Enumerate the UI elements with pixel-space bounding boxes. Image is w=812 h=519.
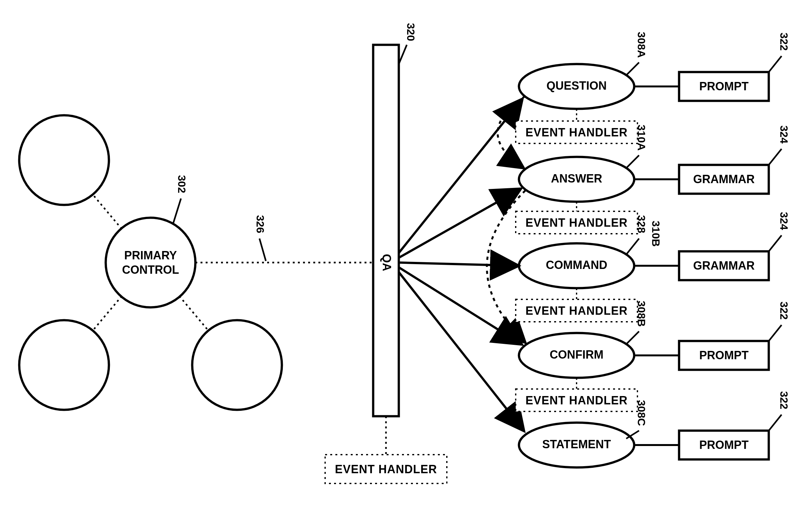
answer-label: ANSWER <box>551 172 602 185</box>
question-label: QUESTION <box>547 79 607 92</box>
primary-control-node <box>106 218 195 307</box>
empty-circle-2 <box>19 320 109 410</box>
ref-322-3-leader <box>769 415 782 431</box>
grammar-box-1-label: GRAMMAR <box>693 173 755 186</box>
ref-310A: 310A <box>636 125 648 151</box>
qa-to-command <box>399 263 518 266</box>
command-label: COMMAND <box>546 258 607 272</box>
qa-to-confirm <box>399 267 521 344</box>
ref-322-1-leader <box>769 56 782 72</box>
empty-circle-3 <box>192 320 282 410</box>
ref-324-2: 324 <box>778 212 790 230</box>
ref-324-1: 324 <box>778 125 790 144</box>
primary-control-label-2: CONTROL <box>122 263 179 276</box>
pc-to-c3 <box>179 296 208 330</box>
ref-324-1-leader <box>769 149 782 165</box>
ref-308A-leader <box>626 62 639 75</box>
ref-308B: 308B <box>636 301 648 327</box>
diagram-canvas: PRIMARY CONTROL 302 326 QA 320 EVENT HAN… <box>0 0 812 519</box>
ref-302-leader <box>173 199 181 224</box>
qa-event-handler-label: EVENT HANDLER <box>335 463 437 476</box>
qa-to-statement <box>399 272 524 431</box>
pc-to-c1 <box>93 195 122 229</box>
ref-322-2-leader <box>769 325 782 341</box>
qa-node <box>373 45 399 416</box>
event-handler-2-label: EVENT HANDLER <box>525 216 628 229</box>
ref-310A-leader <box>626 155 639 168</box>
ref-320: 320 <box>405 23 417 41</box>
qa-to-question <box>399 99 522 253</box>
prompt-box-3-label: PROMPT <box>699 438 749 452</box>
prompt-box-1-label: PROMPT <box>699 80 749 93</box>
statement-label: STATEMENT <box>542 438 611 451</box>
event-handler-4-label: EVENT HANDLER <box>525 394 628 407</box>
ref-326-leader <box>259 239 266 261</box>
ref-308B-leader <box>626 331 639 344</box>
primary-control-label-1: PRIMARY <box>124 249 177 262</box>
event-handler-3-label: EVENT HANDLER <box>525 304 628 317</box>
ref-328: 328 <box>636 215 648 234</box>
event-handler-1-label: EVENT HANDLER <box>525 126 628 139</box>
ref-322-1: 322 <box>778 33 790 51</box>
ref-302: 302 <box>176 175 188 193</box>
ref-322-3: 322 <box>778 391 790 409</box>
pc-to-c2 <box>93 296 122 330</box>
ref-308A: 308A <box>636 32 648 58</box>
qa-label: QA <box>380 254 393 271</box>
ref-308C: 308C <box>636 400 648 426</box>
grammar-box-2-label: GRAMMAR <box>693 259 755 272</box>
ref-328-leader <box>626 239 639 254</box>
ref-326: 326 <box>254 215 266 234</box>
prompt-box-2-label: PROMPT <box>699 349 749 362</box>
ref-324-2-leader <box>769 235 782 251</box>
empty-circle-1 <box>19 115 109 205</box>
ref-310B: 310B <box>650 221 662 247</box>
confirm-label: CONFIRM <box>550 348 604 361</box>
ref-320-leader <box>399 45 407 64</box>
ref-322-2: 322 <box>778 302 790 320</box>
qa-to-answer <box>399 189 521 258</box>
